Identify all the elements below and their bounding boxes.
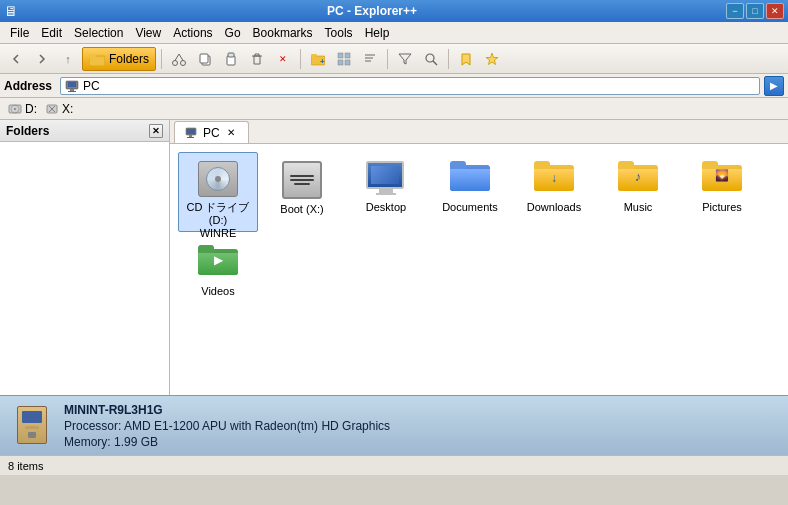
delete-button[interactable] bbox=[245, 47, 269, 71]
svg-rect-23 bbox=[68, 82, 76, 87]
up-button[interactable]: ↑ bbox=[56, 47, 80, 71]
videos-label: Videos bbox=[201, 285, 234, 298]
filter-button[interactable] bbox=[393, 47, 417, 71]
window-title: PC - Explorer++ bbox=[18, 4, 726, 18]
videos-icon: ▶ bbox=[198, 245, 238, 281]
back-button[interactable] bbox=[4, 47, 28, 71]
processor-info: Processor: AMD E1-1200 APU with Radeon(t… bbox=[64, 419, 390, 433]
drive-d-icon bbox=[8, 103, 22, 115]
toolbar-separator-2 bbox=[300, 49, 301, 69]
menu-file[interactable]: File bbox=[4, 24, 35, 42]
menu-help[interactable]: Help bbox=[359, 24, 396, 42]
delete-perm-button[interactable]: ✕ bbox=[271, 47, 295, 71]
pictures-label: Pictures bbox=[702, 201, 742, 214]
bookmark-button[interactable] bbox=[454, 47, 478, 71]
main-area: Folders ✕ PC ✕ bbox=[0, 120, 788, 395]
menu-selection[interactable]: Selection bbox=[68, 24, 129, 42]
file-downloads[interactable]: ↓ Downloads bbox=[514, 152, 594, 232]
documents-label: Documents bbox=[442, 201, 498, 214]
content-area: PC ✕ CD ドライブ (D:)WINRE bbox=[170, 120, 788, 395]
address-value: PC bbox=[83, 79, 100, 93]
file-cd-drive[interactable]: CD ドライブ (D:)WINRE bbox=[178, 152, 258, 232]
boot-icon bbox=[282, 161, 322, 199]
folders-panel-title: Folders bbox=[6, 124, 49, 138]
machine-name: MININT-R9L3H1G bbox=[64, 403, 390, 417]
title-icon: 🖥 bbox=[4, 3, 18, 19]
close-button[interactable]: ✕ bbox=[766, 3, 784, 19]
forward-button[interactable] bbox=[30, 47, 54, 71]
menu-edit[interactable]: Edit bbox=[35, 24, 68, 42]
svg-rect-34 bbox=[189, 135, 192, 137]
menu-actions[interactable]: Actions bbox=[167, 24, 218, 42]
paste-button[interactable] bbox=[219, 47, 243, 71]
view-button[interactable] bbox=[332, 47, 356, 71]
file-desktop[interactable]: Desktop bbox=[346, 152, 426, 232]
folders-button[interactable]: Folders bbox=[82, 47, 156, 71]
pictures-icon: 🌄 bbox=[702, 161, 742, 197]
address-label: Address bbox=[4, 79, 52, 93]
svg-rect-11 bbox=[311, 54, 317, 57]
search-button[interactable] bbox=[419, 47, 443, 71]
file-music[interactable]: ♪ Music bbox=[598, 152, 678, 232]
toolbar: ↑ Folders ✕ bbox=[0, 44, 788, 74]
tab-close-button[interactable]: ✕ bbox=[224, 126, 238, 140]
file-area: CD ドライブ (D:)WINRE Boot (X:) bbox=[170, 144, 788, 395]
folders-label: Folders bbox=[109, 52, 149, 66]
status-info: MININT-R9L3H1G Processor: AMD E1-1200 AP… bbox=[64, 403, 390, 449]
minimize-button[interactable]: − bbox=[726, 3, 744, 19]
go-button[interactable]: ▶ bbox=[764, 76, 784, 96]
tab-pc-icon bbox=[185, 127, 199, 139]
drive-x-label: X: bbox=[62, 102, 73, 116]
drive-d[interactable]: D: bbox=[8, 102, 37, 116]
tab-pc-label: PC bbox=[203, 126, 220, 140]
menu-view[interactable]: View bbox=[129, 24, 167, 42]
drive-bar: D: X: bbox=[0, 98, 788, 120]
toolbar-separator-4 bbox=[448, 49, 449, 69]
svg-rect-16 bbox=[345, 60, 350, 65]
file-boot[interactable]: Boot (X:) bbox=[262, 152, 342, 232]
cd-drive-label: CD ドライブ (D:)WINRE bbox=[180, 201, 256, 241]
svg-rect-14 bbox=[345, 53, 350, 58]
music-label: Music bbox=[624, 201, 653, 214]
copy-button[interactable] bbox=[193, 47, 217, 71]
computer-status-icon bbox=[12, 406, 52, 446]
cut-button[interactable] bbox=[167, 47, 191, 71]
tab-pc[interactable]: PC ✕ bbox=[174, 121, 249, 143]
svg-rect-35 bbox=[187, 137, 194, 138]
file-documents[interactable]: Documents bbox=[430, 152, 510, 232]
address-bar: Address PC ▶ bbox=[0, 74, 788, 98]
address-input[interactable]: PC bbox=[60, 77, 760, 95]
svg-point-3 bbox=[181, 60, 186, 65]
folders-panel-close[interactable]: ✕ bbox=[149, 124, 163, 138]
status-bar: MININT-R9L3H1G Processor: AMD E1-1200 AP… bbox=[0, 395, 788, 455]
sort-button[interactable] bbox=[358, 47, 382, 71]
new-folder-button[interactable]: + bbox=[306, 47, 330, 71]
menu-tools[interactable]: Tools bbox=[319, 24, 359, 42]
toolbar-separator-1 bbox=[161, 49, 162, 69]
svg-rect-7 bbox=[200, 54, 208, 63]
menu-bookmarks[interactable]: Bookmarks bbox=[247, 24, 319, 42]
documents-icon bbox=[450, 161, 490, 197]
svg-rect-9 bbox=[228, 53, 234, 57]
maximize-button[interactable]: □ bbox=[746, 3, 764, 19]
folders-panel-header: Folders ✕ bbox=[0, 120, 169, 142]
desktop-label: Desktop bbox=[366, 201, 406, 214]
svg-line-5 bbox=[179, 54, 183, 61]
svg-rect-13 bbox=[338, 53, 343, 58]
star-button[interactable] bbox=[480, 47, 504, 71]
music-icon: ♪ bbox=[618, 161, 658, 197]
svg-text:+: + bbox=[320, 57, 325, 66]
menu-go[interactable]: Go bbox=[219, 24, 247, 42]
file-pictures[interactable]: 🌄 Pictures bbox=[682, 152, 762, 232]
drive-d-label: D: bbox=[25, 102, 37, 116]
downloads-label: Downloads bbox=[527, 201, 581, 214]
drive-x[interactable]: X: bbox=[45, 102, 73, 116]
svg-point-28 bbox=[14, 108, 16, 110]
svg-rect-15 bbox=[338, 60, 343, 65]
item-count: 8 items bbox=[8, 460, 43, 472]
memory-info: Memory: 1.99 GB bbox=[64, 435, 390, 449]
file-videos[interactable]: ▶ Videos bbox=[178, 236, 258, 316]
menu-bar: File Edit Selection View Actions Go Book… bbox=[0, 22, 788, 44]
drive-x-icon bbox=[45, 103, 59, 115]
cd-drive-icon bbox=[198, 161, 238, 197]
